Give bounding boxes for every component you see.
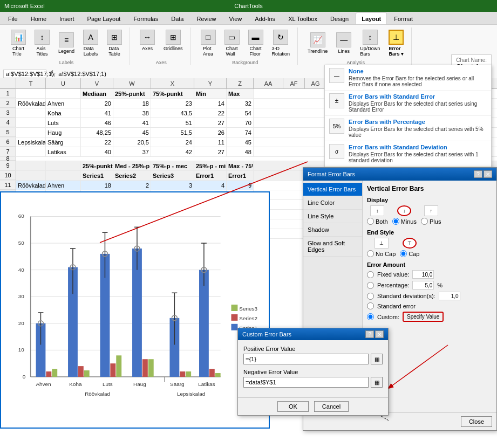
chart-title-button[interactable]: 📊 ChartTitle xyxy=(8,27,29,59)
data-table-icon: ⊞ xyxy=(107,30,122,45)
error-bars-icon: ⊥ xyxy=(389,30,404,45)
analysis-buttons: 📈 Trendline — Lines ↕ Up/DownBars ⊥ Erro… xyxy=(304,27,407,59)
updown-bars-icon: ↕ xyxy=(363,30,378,45)
col-w: W xyxy=(113,78,151,80)
corner-cell xyxy=(0,78,16,80)
none-title: None xyxy=(349,68,487,74)
title-bar: Microsoft Excel ChartTools xyxy=(0,0,497,12)
updown-bars-button[interactable]: ↕ Up/DownBars xyxy=(357,27,383,59)
error-bars-dropdown: — None Removes the Error Bars for the se… xyxy=(324,65,492,80)
tab-data[interactable]: Data xyxy=(165,12,189,24)
ribbon-group-axes: ↔ Axes ⊞ Gridlines Axes xyxy=(132,27,191,65)
cell-reference[interactable]: a!$V$12:$V$17;1) xyxy=(3,70,46,78)
title-left: Microsoft Excel xyxy=(4,3,45,9)
chart-wall-icon: ▭ xyxy=(224,30,240,45)
tab-addins[interactable]: Add-Ins xyxy=(249,12,281,24)
tab-xltoolbox[interactable]: XL Toolbox xyxy=(282,12,323,24)
legend-icon: ≡ xyxy=(59,32,74,47)
chart-floor-icon: ▬ xyxy=(248,30,263,45)
tab-pagelayout[interactable]: Page Layout xyxy=(81,12,127,24)
axes-buttons: ↔ Axes ⊞ Gridlines xyxy=(137,27,186,53)
fx-label: fx xyxy=(51,69,55,78)
axis-titles-icon: ↕ xyxy=(35,30,50,45)
legend-button[interactable]: ≡ Legend xyxy=(55,30,78,56)
axes-button[interactable]: ↔ Axes xyxy=(137,27,158,53)
chart-wall-button[interactable]: ▭ ChartWall xyxy=(221,27,243,59)
tab-home[interactable]: Home xyxy=(25,12,52,24)
dropdown-none[interactable]: — None Removes the Error Bars for the se… xyxy=(325,65,491,80)
axis-titles-button[interactable]: ↕ AxisTitles xyxy=(31,27,53,59)
ribbon-content: 📊 ChartTitle ↕ AxisTitles ≡ Legend A Dat… xyxy=(0,25,497,68)
labels-group-label: Labels xyxy=(59,60,74,65)
gridlines-icon: ⊞ xyxy=(166,30,181,45)
title-center: ChartTools xyxy=(234,3,263,9)
col-t: T xyxy=(16,78,46,80)
ribbon-group-background: □ PlotArea ▭ ChartWall ▬ ChartFloor ↻ 3-… xyxy=(193,27,298,65)
none-desc: Removes the Error Bars for the selected … xyxy=(349,75,487,80)
chart-title-icon: 📊 xyxy=(11,30,26,45)
ribbon-tabs: File Home Insert Page Layout Formulas Da… xyxy=(0,12,497,25)
3d-rotation-icon: ↻ xyxy=(273,30,288,45)
background-group-label: Background xyxy=(232,60,258,65)
lines-icon: — xyxy=(336,32,351,47)
ribbon-group-labels: 📊 ChartTitle ↕ AxisTitles ≡ Legend A Dat… xyxy=(3,27,130,65)
tab-design[interactable]: Design xyxy=(324,12,355,24)
data-labels-button[interactable]: A DataLabels xyxy=(80,27,101,59)
tab-insert[interactable]: Insert xyxy=(53,12,80,24)
col-x: X xyxy=(151,78,194,80)
tab-layout[interactable]: Layout xyxy=(356,12,387,24)
lines-button[interactable]: — Lines xyxy=(333,30,355,56)
data-labels-icon: A xyxy=(83,30,98,45)
plot-area-button[interactable]: □ PlotArea xyxy=(198,27,219,59)
axes-icon: ↔ xyxy=(140,30,155,45)
error-bars-button[interactable]: ⊥ ErrorBars ▾ xyxy=(385,27,407,59)
tab-format[interactable]: Format xyxy=(388,12,419,24)
formula-value: a!$V$12:$V$17;1) xyxy=(58,71,106,77)
chart-name-label: Chart Name: xyxy=(456,57,487,63)
chart-floor-button[interactable]: ▬ ChartFloor xyxy=(245,27,267,59)
tab-review[interactable]: Review xyxy=(190,12,222,24)
background-buttons: □ PlotArea ▭ ChartWall ▬ ChartFloor ↻ 3-… xyxy=(198,27,294,59)
none-icon: — xyxy=(329,68,344,80)
tab-file[interactable]: File xyxy=(2,12,24,24)
tab-formulas[interactable]: Formulas xyxy=(127,12,164,24)
gridlines-button[interactable]: ⊞ Gridlines xyxy=(160,27,186,53)
col-aa: AA xyxy=(254,78,283,80)
plot-area-icon: □ xyxy=(201,30,216,45)
data-table-button[interactable]: ⊞ DataTable xyxy=(104,27,125,59)
col-v: V xyxy=(81,78,113,80)
col-ag: AG xyxy=(305,78,326,80)
col-z: Z xyxy=(227,78,254,80)
ribbon-group-analysis: 📈 Trendline — Lines ↕ Up/DownBars ⊥ Erro… xyxy=(300,27,412,65)
3d-rotation-button[interactable]: ↻ 3-DRotation xyxy=(269,27,294,59)
labels-buttons: 📊 ChartTitle ↕ AxisTitles ≡ Legend A Dat… xyxy=(8,27,125,59)
axes-group-label: Axes xyxy=(156,60,167,65)
tab-view[interactable]: View xyxy=(223,12,248,24)
trendline-icon: 📈 xyxy=(310,32,325,47)
trendline-button[interactable]: 📈 Trendline xyxy=(304,30,331,56)
col-af: AF xyxy=(283,78,305,80)
col-y: Y xyxy=(194,78,227,80)
col-u: U xyxy=(46,78,81,80)
